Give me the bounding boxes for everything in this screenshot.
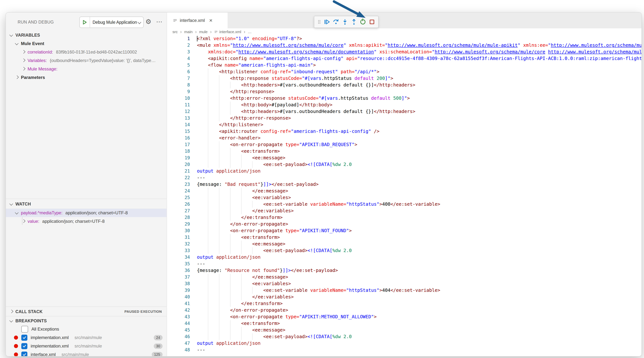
code-line-46[interactable]: 46 <ee:set-payload><![CDATA[%dw 2.0	[167, 333, 642, 340]
code-line-29[interactable]: 29 </on-error-propagate>	[167, 221, 642, 227]
line-number[interactable]: 47	[167, 340, 197, 346]
continue-icon[interactable]	[323, 18, 331, 26]
start-debug-icon[interactable]	[80, 17, 90, 28]
line-number[interactable]: 44	[167, 320, 197, 327]
line-number[interactable]: 48	[167, 346, 197, 353]
line-number[interactable]: 32	[167, 241, 197, 247]
code-line-14[interactable]: 14 </http:listener>	[167, 121, 642, 128]
code-line-45[interactable]: 45 <ee:message>	[167, 327, 642, 333]
code-line-37[interactable]: 37 </ee:message>	[167, 274, 642, 280]
code-line-40[interactable]: 40 </ee:variables>	[167, 294, 642, 300]
line-number[interactable]: 7	[167, 75, 197, 82]
line-number[interactable]: 42	[167, 307, 197, 313]
breakpoint-row-2[interactable]: implementation.xmlsrc/main/mule30	[6, 342, 166, 350]
line-number[interactable]: 21	[167, 168, 197, 174]
code-viewport[interactable]: 1<?xml version="1.0" encoding="UTF-8"?>2…	[167, 35, 642, 356]
breakpoint-checkbox[interactable]	[21, 326, 28, 333]
step-into-icon[interactable]	[341, 18, 349, 26]
code-line-34[interactable]: 34output application/json	[167, 254, 642, 261]
line-number[interactable]: 35	[167, 261, 197, 267]
breakpoint-checkbox[interactable]	[21, 335, 27, 341]
line-number[interactable]: 16	[167, 135, 197, 141]
watch-row-0[interactable]: payload.^mediaType:application/json; cha…	[6, 209, 166, 217]
code-line-1[interactable]: 1<?xml version="1.0" encoding="UTF-8"?>	[167, 35, 642, 42]
line-number[interactable]: 29	[167, 221, 197, 227]
line-number[interactable]: 12	[167, 108, 197, 115]
code-line-20[interactable]: 20 <ee:set-payload><![CDATA[%dw 2.0	[167, 161, 642, 168]
line-number[interactable]: 28	[167, 214, 197, 221]
line-number[interactable]: 10	[167, 95, 197, 102]
code-line-8[interactable]: 8 <http:headers>#[vars.outboundHeaders d…	[167, 82, 642, 88]
line-number[interactable]: 9	[167, 88, 197, 95]
code-line-25[interactable]: 25 <ee:variables>	[167, 194, 642, 201]
code-line-30[interactable]: 30 <on-error-propagate type="APIKIT:NOT_…	[167, 227, 642, 234]
line-number[interactable]: 34	[167, 254, 197, 261]
breadcrumb-item-src[interactable]: src	[172, 30, 178, 34]
line-number[interactable]: 39	[167, 287, 197, 294]
code-line-33[interactable]: 33 <ee:set-payload><![CDATA[%dw 2.0	[167, 247, 642, 254]
toolbar-drag-grip-icon[interactable]	[317, 18, 322, 26]
views-more-actions-icon[interactable]: ⋯	[155, 17, 164, 26]
breadcrumb-item-interface.xml[interactable]: interface.xml	[214, 30, 241, 34]
variables-section-header[interactable]: VARIABLES	[6, 31, 166, 39]
stop-icon[interactable]	[368, 18, 376, 26]
code-line-35[interactable]: 35---	[167, 261, 642, 267]
code-line-47[interactable]: 47output application/json	[167, 340, 642, 346]
code-line-43[interactable]: 43 <on-error-propagate type="APIKIT:METH…	[167, 313, 642, 320]
line-number[interactable]: 18	[167, 148, 197, 154]
code-line-13[interactable]: 13 </http:error-response>	[167, 115, 642, 121]
line-number[interactable]: 4	[167, 55, 197, 62]
line-number[interactable]: 22	[167, 174, 197, 181]
line-number[interactable]: 24	[167, 188, 197, 194]
line-number[interactable]: 8	[167, 82, 197, 88]
line-number[interactable]: 23	[167, 181, 197, 188]
line-number[interactable]: 3	[167, 49, 197, 55]
code-line-19[interactable]: 19 <ee:message>	[167, 154, 642, 161]
restart-icon[interactable]	[359, 18, 367, 26]
step-over-icon[interactable]	[332, 18, 340, 26]
variables-row-4[interactable]: Parameters	[6, 73, 166, 82]
code-line-9[interactable]: 9 </http:response>	[167, 88, 642, 95]
breakpoints-section-header[interactable]: BREAKPOINTS	[6, 317, 166, 325]
code-line-21[interactable]: 21output application/json	[167, 168, 642, 174]
code-line-32[interactable]: 32 <ee:message>	[167, 241, 642, 247]
code-line-22[interactable]: 22---	[167, 174, 642, 181]
line-number[interactable]: 40	[167, 294, 197, 300]
code-line-42[interactable]: 42 </on-error-propagate>	[167, 307, 642, 313]
tab-interface-xml[interactable]: interface.xml ×	[167, 13, 228, 28]
line-number[interactable]: 19	[167, 154, 197, 161]
line-number[interactable]: 41	[167, 300, 197, 307]
line-number[interactable]: 14	[167, 121, 197, 128]
line-number[interactable]: 37	[167, 274, 197, 280]
code-line-28[interactable]: 28 </ee:transform>	[167, 214, 642, 221]
code-line-27[interactable]: 27 </ee:variables>	[167, 208, 642, 214]
breadcrumb-item-[interactable]: …	[248, 30, 252, 34]
code-line-7[interactable]: 7 <http:response statusCode="#[vars.http…	[167, 75, 642, 82]
line-number[interactable]: 1	[167, 35, 197, 42]
code-line-31[interactable]: 31 <ee:transform>	[167, 234, 642, 241]
code-line-26[interactable]: 26 <ee:set-variable variableName="httpSt…	[167, 201, 642, 208]
line-number[interactable]: 25	[167, 194, 197, 201]
watch-section-header[interactable]: WATCH	[6, 200, 166, 208]
breadcrumb-item-main[interactable]: main	[184, 30, 193, 34]
code-line-4[interactable]: 4 <apikit:config name="american-flights-…	[167, 55, 642, 62]
line-number[interactable]: 20	[167, 161, 197, 168]
watch-row-1[interactable]: value:application/json; charset=UTF-8	[6, 217, 166, 226]
code-line-39[interactable]: 39 <ee:set-variable variableName="httpSt…	[167, 287, 642, 294]
code-line-24[interactable]: 24 </ee:message>	[167, 188, 642, 194]
code-line-2[interactable]: 2<mule xmlns="http://www.mulesoft.org/sc…	[167, 42, 642, 49]
step-out-icon[interactable]	[350, 18, 358, 26]
line-number[interactable]: 33	[167, 247, 197, 254]
line-number[interactable]: 11	[167, 102, 197, 108]
code-line-38[interactable]: 38 <ee:variables>	[167, 280, 642, 287]
breakpoint-checkbox[interactable]	[21, 343, 27, 349]
code-line-44[interactable]: 44 <ee:transform>	[167, 320, 642, 327]
breadcrumb-item-mule[interactable]: mule	[199, 30, 208, 34]
code-line-17[interactable]: 17 <on-error-propagate type="APIKIT:BAD_…	[167, 141, 642, 148]
breakpoint-row-1[interactable]: implementation.xmlsrc/main/mule24	[6, 333, 166, 342]
breakpoint-checkbox[interactable]	[21, 351, 27, 357]
line-number[interactable]: 31	[167, 234, 197, 241]
line-number[interactable]: 38	[167, 280, 197, 287]
code-line-6[interactable]: 6 <http:listener config-ref="inbound-req…	[167, 68, 642, 75]
line-number[interactable]: 5	[167, 62, 197, 68]
